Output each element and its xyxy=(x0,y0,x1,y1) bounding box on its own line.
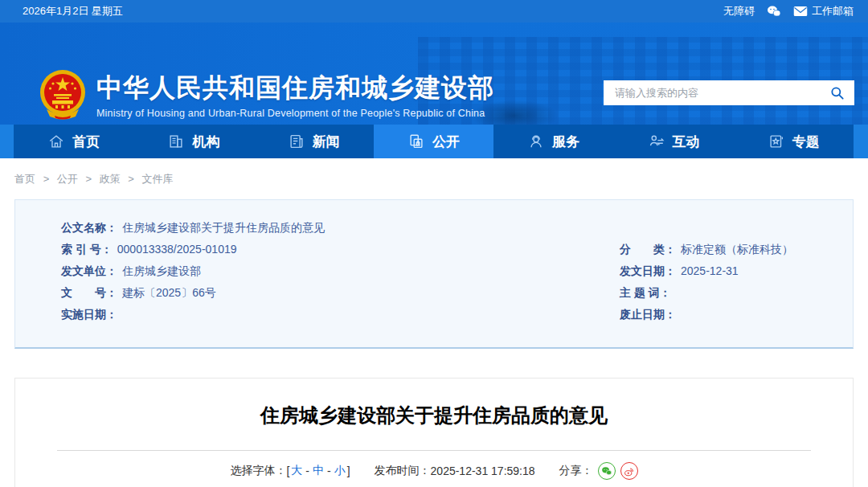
search-box xyxy=(604,80,854,105)
nav-item-special-topics[interactable]: 专题 xyxy=(734,125,854,158)
nav-item-news[interactable]: 新闻 xyxy=(254,125,374,158)
weibo-share-icon[interactable] xyxy=(620,462,638,480)
interact-icon xyxy=(648,133,665,150)
nav-label: 服务 xyxy=(552,133,579,151)
font-size-medium[interactable]: 中 xyxy=(313,464,324,478)
doc-name-value: 住房城乡建设部关于提升住房品质的意见 xyxy=(122,217,325,239)
font-size-small[interactable]: 小 xyxy=(334,464,346,478)
size-separator: - xyxy=(305,464,309,477)
nav-item-interaction[interactable]: 互动 xyxy=(613,125,733,158)
nav-label: 互动 xyxy=(673,133,700,151)
nav-label: 公开 xyxy=(432,133,460,151)
size-separator: - xyxy=(327,464,331,477)
doc-number-value: 建标〔2025〕66号 xyxy=(122,282,216,304)
disclosure-icon xyxy=(407,133,425,150)
nav-label: 机构 xyxy=(192,133,219,151)
search-input[interactable] xyxy=(615,87,829,99)
wechat-icon[interactable] xyxy=(766,5,782,18)
current-date: 2026年1月2日 星期五 xyxy=(23,4,123,18)
national-emblem-logo xyxy=(35,69,90,122)
publish-time-label: 发布时间： xyxy=(375,464,431,478)
page: 2026年1月2日 星期五 无障碍 工作邮箱 xyxy=(0,0,868,487)
effective-date-label: 实施日期： xyxy=(61,304,117,325)
font-size-selector: 选择字体： [ 大 - 中 - 小 ] xyxy=(230,464,350,478)
nav-label: 新闻 xyxy=(313,133,340,151)
doc-name-label: 公文名称： xyxy=(61,217,117,239)
issuing-unit-label: 发文单位： xyxy=(61,260,117,282)
building-icon xyxy=(167,133,185,150)
info-row: 索 引 号： 000013338/2025-01019 分 类： 标准定额（标准… xyxy=(61,239,853,260)
special-topic-icon xyxy=(768,133,785,150)
bracket-close: ] xyxy=(347,464,350,477)
nav-inner: 首页 机构 新闻 xyxy=(14,125,854,158)
info-row: 文 号： 建标〔2025〕66号 主 题 词： xyxy=(61,282,853,304)
breadcrumb-item-home[interactable]: 首页 xyxy=(14,173,35,185)
site-titles: 中华人民共和国住房和城乡建设部 Ministry of Housing and … xyxy=(96,72,494,119)
breadcrumb-separator: > xyxy=(43,173,50,185)
accessibility-link[interactable]: 无障碍 xyxy=(723,4,755,18)
info-row-doc-name: 公文名称： 住房城乡建设部关于提升住房品质的意见 xyxy=(61,217,853,239)
site-header: www.mohurd.gov.cn 中华人民共和国住房和城乡建设部 Minist… xyxy=(0,23,868,125)
work-mailbox-label: 工作邮箱 xyxy=(812,4,854,18)
news-icon xyxy=(288,133,305,150)
issue-date-label: 发文日期： xyxy=(620,260,676,282)
nav-label: 首页 xyxy=(72,133,100,151)
breadcrumb-item-policy[interactable]: 政策 xyxy=(100,173,121,185)
issuing-unit-value: 住房城乡建设部 xyxy=(122,260,201,282)
topbar-right: 无障碍 工作邮箱 xyxy=(723,4,854,18)
info-row: 实施日期： 废止日期： xyxy=(61,304,853,325)
repeal-date-label: 废止日期： xyxy=(620,304,676,325)
share-group: 分享： xyxy=(559,462,638,480)
service-icon xyxy=(527,133,545,150)
home-icon xyxy=(47,133,65,150)
breadcrumb-separator: > xyxy=(128,173,134,185)
document-info-panel: 公文名称： 住房城乡建设部关于提升住房品质的意见 索 引 号： 00001333… xyxy=(14,199,854,349)
search-icon[interactable] xyxy=(829,84,846,102)
publish-time-value: 2025-12-31 17:59:18 xyxy=(431,464,535,477)
breadcrumb-item-disclosure[interactable]: 公开 xyxy=(57,173,78,185)
font-size-large[interactable]: 大 xyxy=(291,464,302,478)
share-icons xyxy=(598,462,638,480)
title-divider xyxy=(57,450,811,451)
work-mailbox-link[interactable]: 工作邮箱 xyxy=(793,4,854,18)
category-value: 标准定额（标准科技） xyxy=(681,239,793,260)
subject-words-label: 主 题 词： xyxy=(620,282,671,304)
nav-item-home[interactable]: 首页 xyxy=(14,125,133,158)
breadcrumb-separator: > xyxy=(85,173,92,185)
mail-icon xyxy=(793,6,808,17)
nav-item-services[interactable]: 服务 xyxy=(493,125,613,158)
nav-item-disclosure[interactable]: 公开 xyxy=(374,125,493,158)
wechat-share-icon[interactable] xyxy=(598,462,616,480)
doc-number-label: 文 号： xyxy=(61,282,117,304)
top-bar: 2026年1月2日 星期五 无障碍 工作邮箱 xyxy=(0,0,868,23)
nav-item-org[interactable]: 机构 xyxy=(133,125,253,158)
issue-date-value: 2025-12-31 xyxy=(681,260,739,282)
article-meta: 选择字体： [ 大 - 中 - 小 ] 发布时间： 2025-12-31 17:… xyxy=(15,462,853,480)
site-url: www.mohurd.gov.cn xyxy=(16,123,111,125)
index-number-label: 索 引 号： xyxy=(61,239,113,260)
main-nav: 首页 机构 新闻 xyxy=(0,125,868,158)
site-title: 中华人民共和国住房和城乡建设部 xyxy=(96,72,494,103)
article-box: 住房城乡建设部关于提升住房品质的意见 选择字体： [ 大 - 中 - 小 ] 发… xyxy=(14,378,854,487)
breadcrumb: 首页 > 公开 > 政策 > 文件库 xyxy=(0,158,868,199)
site-subtitle: Ministry of Housing and Urban-Rural Deve… xyxy=(96,108,494,119)
category-label: 分 类： xyxy=(620,239,676,260)
bracket-open: [ xyxy=(286,464,289,477)
publish-time-group: 发布时间： 2025-12-31 17:59:18 xyxy=(375,464,535,478)
font-size-label: 选择字体： xyxy=(230,464,286,478)
article-title: 住房城乡建设部关于提升住房品质的意见 xyxy=(15,401,853,430)
info-row: 发文单位： 住房城乡建设部 发文日期： 2025-12-31 xyxy=(61,260,853,282)
index-number-value: 000013338/2025-01019 xyxy=(117,239,237,260)
breadcrumb-item-library: 文件库 xyxy=(142,173,174,185)
share-label: 分享： xyxy=(559,464,593,478)
nav-label: 专题 xyxy=(792,133,820,151)
